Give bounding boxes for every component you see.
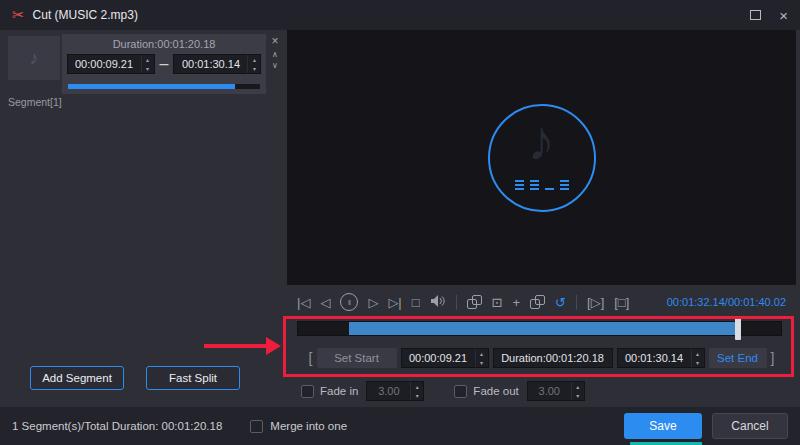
close-icon[interactable]: × (779, 8, 788, 23)
trim-end-time-value[interactable]: 00:01:30.14 (618, 349, 691, 367)
add-segment-button[interactable]: Add Segment (30, 366, 124, 390)
cancel-button[interactable]: Cancel (712, 413, 788, 439)
fade-in-label: Fade in (320, 385, 358, 397)
segment-time-range: 00:00:09.21 ▴ ▾ – 00:01:30.14 ▴ ▾ (62, 54, 266, 74)
spin-up-icon[interactable]: ▴ (411, 382, 423, 391)
segment-progress-fill (68, 84, 235, 89)
segment-end-spinner[interactable]: ▴ ▾ (247, 55, 260, 73)
scissors-icon: ✂ (12, 6, 25, 24)
reset-icon[interactable]: ↺ (555, 296, 566, 309)
timeline-selected-range[interactable] (349, 322, 738, 335)
playback-toolbar: |◁ ◁ ‖ ▷ ▷| □ ⊡ + ↺ [▷] [□] 00:01:32.14/… (287, 285, 796, 319)
end-bracket-label: ] (771, 350, 775, 366)
fade-out-spinner[interactable]: ▴ ▾ (571, 382, 584, 400)
music-note-icon: ♪ (30, 48, 39, 69)
toolbar-divider (456, 295, 457, 310)
window-controls: × (750, 8, 788, 23)
snapshot-icon[interactable]: ⊡ (492, 296, 503, 309)
trim-start-time-value[interactable]: 00:00:09.21 (402, 349, 475, 367)
start-bracket-label: [ (309, 350, 313, 366)
fade-in-checkbox[interactable] (301, 385, 314, 398)
pause-icon: ‖ (348, 299, 351, 306)
trim-start-spinner[interactable]: ▴ ▾ (475, 349, 488, 367)
stop-icon[interactable]: □ (412, 296, 420, 309)
fade-in-spinner[interactable]: ▴ ▾ (410, 382, 423, 400)
fade-out-label: Fade out (473, 385, 518, 397)
annotation-arrow-line (204, 344, 268, 348)
set-end-button[interactable]: Set End (709, 348, 767, 368)
segment-start-spinner[interactable]: ▴ ▾ (141, 55, 154, 73)
add-icon[interactable]: + (513, 296, 521, 309)
fade-out-duration-value[interactable]: 3.00 (528, 382, 571, 400)
spin-down-icon[interactable]: ▾ (248, 64, 260, 73)
set-start-button[interactable]: Set Start (317, 348, 397, 368)
fade-in-duration-field[interactable]: 3.00 ▴ ▾ (366, 381, 424, 401)
trim-end-spinner[interactable]: ▴ ▾ (691, 349, 704, 367)
maximize-icon[interactable] (750, 10, 761, 20)
video-preview-area: ♪ (287, 30, 796, 285)
skip-forward-icon[interactable]: ▷| (388, 296, 401, 309)
footer-bar: 1 Segment(s)/Total Duration: 00:01:20.18… (0, 407, 800, 445)
spin-down-icon[interactable]: ▾ (692, 358, 704, 367)
remove-segment-icon[interactable]: × (271, 34, 278, 48)
spin-up-icon[interactable]: ▴ (692, 349, 704, 358)
step-forward-icon[interactable]: ▷ (368, 296, 378, 309)
segment-start-time-value[interactable]: 00:00:09.21 (68, 55, 141, 73)
merge-checkbox[interactable] (250, 420, 263, 433)
audio-placeholder-icon: ♪ (488, 104, 596, 212)
move-down-icon[interactable]: ∨ (272, 62, 278, 70)
spin-up-icon[interactable]: ▴ (476, 349, 488, 358)
segment-side-controls: × ∧ ∨ (267, 34, 283, 70)
volume-icon[interactable] (430, 294, 446, 310)
playback-time-display: 00:01:32.14/00:01:40.02 (667, 296, 786, 308)
toolbar-divider (576, 295, 577, 310)
range-separator: – (160, 55, 169, 73)
preview-panel: ♪ |◁ ◁ ‖ ▷ ▷| □ ⊡ + (285, 30, 800, 407)
spin-down-icon[interactable]: ▾ (411, 391, 423, 400)
fade-options-row: Fade in 3.00 ▴ ▾ Fade out 3.00 ▴ ▾ (287, 380, 796, 402)
timeline-track[interactable] (297, 321, 782, 336)
pause-button[interactable]: ‖ (340, 293, 358, 311)
stop-segment-icon[interactable]: [□] (614, 296, 629, 309)
segments-summary: 1 Segment(s)/Total Duration: 00:01:20.18 (12, 420, 222, 432)
trim-end-time-field[interactable]: 00:01:30.14 ▴ ▾ (617, 348, 705, 368)
fade-in-duration-value[interactable]: 3.00 (367, 382, 410, 400)
segment-name-label: Segment[1] (8, 96, 62, 108)
segments-panel: ♪ Duration:00:01:20.18 00:00:09.21 ▴ ▾ –… (0, 30, 285, 407)
titlebar: ✂ Cut (MUSIC 2.mp3) × (0, 0, 800, 30)
trim-controls-row: [ Set Start 00:00:09.21 ▴ ▾ Duration:00:… (287, 347, 796, 369)
step-back-icon[interactable]: ◁ (320, 296, 330, 309)
fade-out-duration-field[interactable]: 3.00 ▴ ▾ (527, 381, 585, 401)
trim-start-time-field[interactable]: 00:00:09.21 ▴ ▾ (401, 348, 489, 368)
timeline-playhead-handle[interactable] (735, 318, 741, 340)
merge-label: Merge into one (270, 420, 347, 432)
play-segment-icon[interactable]: [▷] (587, 296, 604, 309)
segment-duration-label: Duration:00:01:20.18 (62, 34, 266, 50)
spin-down-icon[interactable]: ▾ (476, 358, 488, 367)
spin-up-icon[interactable]: ▴ (248, 55, 260, 64)
segment-progress-track[interactable] (68, 84, 260, 89)
segment-end-time-value[interactable]: 00:01:30.14 (174, 55, 247, 73)
trim-duration-display: Duration:00:01:20.18 (493, 348, 613, 368)
equalizer-icon (515, 180, 569, 190)
segment-thumbnail[interactable]: ♪ (8, 36, 60, 80)
annotation-arrow-head (266, 337, 281, 355)
compare-icon[interactable] (467, 295, 482, 309)
music-note-icon: ♪ (528, 108, 556, 173)
copy-icon[interactable] (530, 295, 545, 309)
spin-up-icon[interactable]: ▴ (142, 55, 154, 64)
fast-split-button[interactable]: Fast Split (146, 366, 240, 390)
move-up-icon[interactable]: ∧ (272, 51, 278, 59)
segment-end-time-field[interactable]: 00:01:30.14 ▴ ▾ (173, 54, 261, 74)
spin-up-icon[interactable]: ▴ (572, 382, 584, 391)
merge-option: Merge into one (250, 420, 347, 433)
segment-start-time-field[interactable]: 00:00:09.21 ▴ ▾ (67, 54, 155, 74)
spin-down-icon[interactable]: ▾ (572, 391, 584, 400)
skip-back-icon[interactable]: |◁ (297, 296, 310, 309)
spin-down-icon[interactable]: ▾ (142, 64, 154, 73)
save-button[interactable]: Save (624, 413, 702, 439)
segment-editor: Duration:00:01:20.18 00:00:09.21 ▴ ▾ – 0… (62, 34, 266, 94)
fade-out-checkbox[interactable] (454, 385, 467, 398)
window-title: Cut (MUSIC 2.mp3) (33, 8, 138, 22)
cut-dialog-window: ✂ Cut (MUSIC 2.mp3) × ♪ Duration:00:01:2… (0, 0, 800, 445)
